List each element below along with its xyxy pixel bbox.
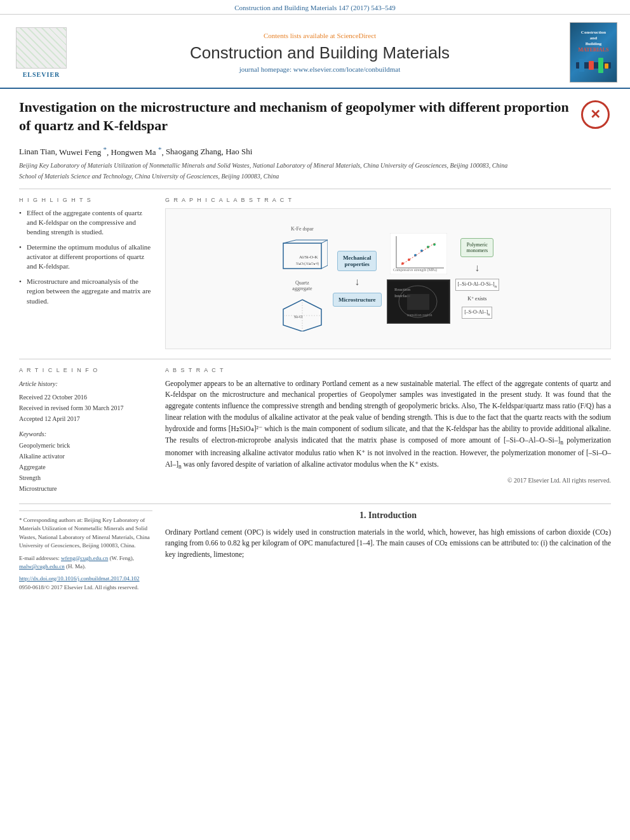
svg-rect-9: [598, 58, 603, 73]
ga-inner: K-Fe dspar Al/Si-O-K Si₂O₅(Al₂O₃·4) Quar…: [166, 209, 610, 349]
footnotes-col: * Corresponding authors at: Beijing Key …: [19, 510, 152, 596]
elsevier-logo-area: ELSEVIER ELSEVIER: [13, 27, 70, 78]
issn-text: 0950-0618/© 2017 Elsevier Ltd. All right…: [19, 583, 152, 592]
email-link-1[interactable]: wfeng@cugh.edu.cn: [61, 555, 108, 561]
crossmark-icon: [581, 100, 610, 129]
affiliation-1: Beijing Key Laboratory of Materials Util…: [19, 161, 611, 170]
author-linan-tian: Linan Tian,: [19, 147, 59, 157]
revised-date: Received in revised form 30 March 2017: [19, 404, 123, 411]
ga-quartz-diagram: Si-O: [277, 297, 328, 331]
ga-polymer-section: Polymericmonomers ↓ [–Si-O-Al–O-Si–]n K⁺…: [455, 238, 500, 318]
abstract-col: A B S T R A C T Geopolymer appears to be…: [165, 367, 611, 494]
ga-left-section: K-Fe dspar Al/Si-O-K Si₂O₅(Al₂O₃·4) Quar…: [277, 226, 328, 331]
svg-line-13: [321, 240, 328, 243]
svg-point-29: [420, 250, 423, 252]
svg-text:transition region: transition region: [407, 313, 432, 317]
title-section: Investigation on the microstructure and …: [19, 98, 611, 181]
keywords-list: Geopolymeric brick Alkaline activator Ag…: [19, 440, 152, 494]
svg-text:Si₂O₅(Al₂O₃·4): Si₂O₅(Al₂O₃·4): [296, 262, 319, 266]
ga-arrow-down: ↓: [354, 276, 359, 288]
ga-polymeric-box: Polymericmonomers: [460, 238, 493, 257]
ga-crystal-diagram: Al/Si-O-K Si₂O₅(Al₂O₃·4): [277, 237, 328, 275]
svg-rect-10: [605, 63, 608, 69]
author-wuwei-feng: Wuwei Feng *,: [59, 147, 111, 157]
elsevier-logo-image: ELSEVIER: [16, 27, 67, 69]
ga-microscope-image: Reaction Interface transition region: [387, 279, 450, 324]
svg-text:ELSEVIER: ELSEVIER: [30, 56, 53, 61]
ga-polymer-1: [–Si-O-Al–O-Si–]n: [455, 279, 500, 291]
article-info-abstract-section: A R T I C L E I N F O Article history: R…: [19, 367, 611, 494]
abstract-label: A B S T R A C T: [165, 367, 611, 373]
author-shaogang-zhang: Shaogang Zhang,: [166, 147, 225, 157]
article-info-col: A R T I C L E I N F O Article history: R…: [19, 367, 152, 494]
affiliation-2: School of Materials Science and Technolo…: [19, 172, 611, 181]
ga-microstructure-box: Microstructure: [333, 293, 382, 307]
paper-title: Investigation on the microstructure and …: [19, 98, 570, 135]
crossmark-badge: [579, 98, 611, 130]
science-direct-notice: Contents lists available at ScienceDirec…: [76, 32, 563, 39]
author-hongwen-ma: Hongwen Ma *,: [111, 147, 166, 157]
ga-kfeldspar-label: K-Fe dspar: [291, 226, 314, 232]
ga-k-exists: K⁺ exists: [467, 296, 486, 302]
svg-rect-0: [22, 30, 60, 65]
copyright-line: © 2017 Elsevier Ltd. All rights reserved…: [165, 477, 611, 484]
graphical-abstract-label: G R A P H I C A L A B S T R A C T: [165, 197, 611, 203]
svg-text:Reaction: Reaction: [394, 287, 410, 292]
journal-main-title: Construction and Building Materials: [76, 43, 563, 63]
svg-rect-38: [407, 294, 429, 310]
accepted-date: Accepted 12 April 2017: [19, 415, 80, 422]
paper-content: Investigation on the microstructure and …: [0, 89, 630, 605]
abstract-text: Geopolymer appears to be an alternative …: [165, 378, 611, 472]
highlights-label: H I G H L I G H T S: [19, 197, 152, 203]
science-direct-link-text: ScienceDirect: [337, 32, 376, 39]
ga-middle-section: Mechanicalproperties ↓ Microstructure: [333, 251, 382, 307]
svg-rect-7: [579, 59, 584, 72]
divider-2: [19, 359, 611, 359]
divider-1: [19, 189, 611, 189]
highlight-item-2: Determine the optimum modulus of alkalin…: [19, 243, 152, 272]
introduction-col: 1. Introduction Ordinary Portland cement…: [165, 510, 611, 596]
received-date: Received 22 October 2016: [19, 394, 87, 401]
keyword-4: Strength: [19, 474, 41, 481]
email2-name: (H. Ma).: [66, 563, 86, 570]
journal-header: ELSEVIER ELSEVIER Contents lists availab…: [0, 15, 630, 89]
highlight-item-3: Microstructure and microanalysis of the …: [19, 277, 152, 306]
ga-quartz-label: Quartzaggregate: [292, 280, 312, 291]
svg-text:Al/Si-O-K: Al/Si-O-K: [299, 255, 318, 260]
intro-heading: 1. Introduction: [165, 510, 611, 521]
ga-scatter-chart: Compressive strength (MPa): [390, 233, 447, 274]
highlights-col: H I G H L I G H T S Effect of the aggreg…: [19, 197, 152, 349]
ga-polymer-2: [–S-O-Al–]n: [462, 307, 492, 319]
doi-link[interactable]: http://dx.doi.org/10.1016/j.conbuildmat.…: [19, 575, 152, 582]
svg-line-16: [321, 265, 328, 269]
svg-text:Compressive strength (MPa): Compressive strength (MPa): [393, 268, 437, 272]
author-hao-shi: Hao Shi: [225, 147, 252, 157]
ga-arrow-down-2: ↓: [474, 262, 479, 274]
journal-homepage: journal homepage: www.elsevier.com/locat…: [76, 65, 563, 73]
svg-text:Si-O: Si-O: [294, 314, 302, 319]
svg-rect-8: [589, 61, 594, 70]
keyword-5: Microstructure: [19, 485, 57, 492]
keyword-1: Geopolymeric brick: [19, 442, 70, 449]
ga-mechanical-box: Mechanicalproperties: [337, 251, 377, 271]
email-link-2[interactable]: malw@cugh.edu.cn: [19, 563, 65, 570]
article-info-label: A R T I C L E I N F O: [19, 367, 152, 373]
journal-citation-text: Construction and Building Materials 147 …: [234, 4, 396, 11]
svg-rect-4: [35, 53, 48, 61]
journal-cover-image: Construction and Building MATERIALS: [570, 22, 617, 83]
history-label: Article history:: [19, 378, 152, 389]
keywords-label: Keywords:: [19, 430, 152, 437]
graphical-abstract-image: K-Fe dspar Al/Si-O-K Si₂O₅(Al₂O₃·4) Quar…: [165, 208, 611, 349]
elsevier-label: ELSEVIER: [23, 71, 60, 78]
bottom-section: * Corresponding authors at: Beijing Key …: [19, 503, 611, 596]
keyword-2: Alkaline activator: [19, 453, 65, 460]
keywords-section: Keywords: Geopolymeric brick Alkaline ac…: [19, 430, 152, 494]
article-history: Article history: Received 22 October 201…: [19, 378, 152, 424]
highlights-list: Effect of the aggregate contents of quar…: [19, 208, 152, 307]
graphical-abstract-col: G R A P H I C A L A B S T R A C T K-Fe d…: [165, 197, 611, 349]
intro-text: Ordinary Portland cement (OPC) is widely…: [165, 527, 611, 561]
highlight-item-1: Effect of the aggregate contents of quar…: [19, 208, 152, 237]
journal-citation-bar: Construction and Building Materials 147 …: [0, 0, 630, 15]
keyword-3: Aggregate: [19, 463, 46, 470]
cover-title: Construction and Building MATERIALS: [579, 30, 609, 54]
